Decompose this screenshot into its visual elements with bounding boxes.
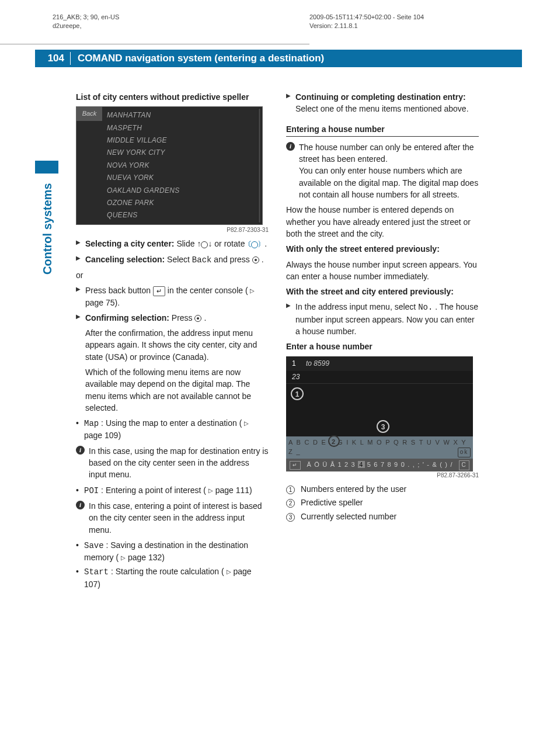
callout-1-icon: 1 — [291, 387, 304, 400]
step-label: Continuing or completing destination ent… — [295, 92, 466, 102]
info-note: The house number can only be entered aft… — [286, 141, 479, 200]
right-column: Continuing or completing destination ent… — [286, 88, 479, 592]
step-text: . — [262, 255, 264, 264]
legend-text: Predictive speller — [301, 498, 363, 507]
or-separator: or — [76, 269, 269, 281]
shot-topbar: 1 to 8599 — [286, 356, 473, 371]
scrollbar-icon — [258, 108, 261, 223]
step-paragraph: After the confirmation, the address inpu… — [85, 327, 269, 363]
page-header: 104 COMAND navigation system (entering a… — [35, 50, 522, 67]
speller-row-letters: A B C D E F G I K L M O P Q R S T U V W … — [286, 436, 473, 459]
side-tab: Control systems — [35, 161, 58, 278]
menu-option: Start : Starting the route calculation (… — [76, 566, 269, 590]
page-ref: page 109) — [84, 431, 121, 440]
instruction-step: Confirming selection: Press . After the … — [76, 312, 269, 414]
list-item: NEW YORK CITY — [105, 147, 262, 159]
step-text: in the center console ( — [168, 286, 248, 295]
ui-labelref: Back — [192, 255, 212, 265]
step-label: Canceling selection: — [85, 255, 165, 264]
step-label: Confirming selection: — [85, 313, 169, 322]
row-pre: Ä Ö Ü Å 1 2 3 — [307, 461, 355, 468]
side-tab-label: Control systems — [41, 183, 54, 275]
rotate-icon: ⟮⟯ — [247, 239, 262, 248]
speller-row-numbers: ↵ Ä Ö Ü Å 1 2 3 4 5 6 7 8 9 0 . , ; ' - … — [286, 459, 473, 471]
topbar-num: 1 — [292, 359, 296, 367]
list-item: MASPETH — [105, 122, 262, 134]
step-text: Select — [167, 255, 192, 264]
instruction-step: In the address input menu, select No. . … — [286, 301, 479, 337]
step-text: Press back button — [85, 286, 153, 295]
step-text: Select one of the menu items mentioned a… — [295, 104, 469, 113]
pageref-icon: ▷ — [227, 568, 231, 577]
section-heading: List of city centers without predictive … — [76, 91, 269, 103]
subheading: Entering a house number — [286, 123, 479, 137]
topbar-range: to 8599 — [306, 359, 329, 367]
callout-3-icon: 3 — [377, 420, 389, 433]
doc-meta-right: 2009-05-15T11:47:50+02:00 - Seite 104 Ve… — [309, 13, 424, 31]
list-item: OAKLAND GARDENS — [105, 185, 262, 197]
pageref-icon: ▷ — [121, 554, 126, 563]
step-paragraph: Which of the following menu items are no… — [85, 366, 269, 414]
c-box: C — [459, 460, 469, 470]
meta-line: Version: 2.11.8.1 — [309, 22, 424, 30]
entered-value: 23 — [286, 371, 473, 384]
legend-item: 3 Currently selected number — [286, 511, 479, 522]
back-label: Back — [76, 107, 102, 121]
header-separator — [70, 52, 71, 65]
body-paragraph: How the house number is entered depends … — [286, 204, 479, 240]
option-text: : Using the map to enter a destination ( — [101, 418, 242, 428]
legend-item: 2 Predictive speller — [286, 497, 479, 508]
legend-text: Currently selected number — [301, 512, 396, 521]
info-note: In this case, entering a point of intere… — [76, 500, 269, 536]
emphasis-line: With only the street entered previously: — [286, 243, 479, 255]
pageref-icon: ▷ — [250, 287, 255, 296]
step-text: Press — [172, 313, 195, 322]
legend-text: Numbers entered by the user — [301, 484, 406, 494]
list-item: MIDDLE VILLAGE — [105, 134, 262, 147]
slide-icon: ↑↓ — [197, 239, 212, 248]
back-button-icon: ↵ — [153, 286, 165, 297]
option-text: : Entering a point of interest ( — [101, 485, 206, 495]
ok-box: ok — [458, 448, 471, 457]
pageref-icon: ▷ — [244, 419, 249, 428]
instruction-step: Continuing or completing destination ent… — [286, 91, 479, 115]
menu-option: Map : Using the map to enter a destinati… — [76, 417, 269, 442]
meta-line: 2009-05-15T11:47:50+02:00 - Seite 104 — [309, 13, 424, 22]
figure-caption: P82.87-3266-31 — [286, 471, 479, 480]
city-list-screenshot: Back MANHATTAN MASPETH MIDDLE VILLAGE NE… — [76, 106, 263, 225]
menu-option: Save : Saving a destination in the desti… — [76, 539, 269, 564]
step-text: Slide — [176, 239, 197, 248]
left-column: List of city centers without predictive … — [76, 88, 269, 592]
step-text: and press — [214, 255, 252, 264]
instruction-step: Press back button ↵ in the center consol… — [76, 285, 269, 308]
legend-item: 1 Numbers entered by the user — [286, 483, 479, 495]
page-number: 104 — [35, 53, 70, 64]
page-ref: page 75). — [85, 298, 120, 307]
instruction-step: Canceling selection: Select Back and pre… — [76, 254, 269, 266]
city-list: MANHATTAN MASPETH MIDDLE VILLAGE NEW YOR… — [105, 107, 262, 224]
list-item: OZONE PARK — [105, 197, 262, 209]
pageref-icon: ▷ — [208, 487, 213, 495]
option-label: Start — [84, 567, 109, 577]
step-text: In the address input menu, select — [295, 302, 418, 311]
list-item: MANHATTAN — [105, 109, 262, 122]
page-ref: page 132) — [128, 553, 165, 562]
info-note: In this case, using the map for destinat… — [76, 445, 269, 481]
page-ref: page 111) — [215, 485, 252, 495]
figure-caption: P82.87-2303-31 — [76, 226, 269, 235]
press-icon — [252, 256, 259, 263]
meta-line: 216_AKB; 3; 90, en-US — [53, 13, 119, 22]
callout-number-icon: 1 — [286, 485, 295, 494]
instruction-step: Selecting a city center: Slide ↑↓ or rot… — [76, 238, 269, 249]
info-text: The house number can only be entered aft… — [299, 143, 474, 164]
step-text: or rotate — [214, 239, 247, 248]
content-columns: List of city centers without predictive … — [76, 88, 520, 592]
body-paragraph: Always the house number input screen app… — [286, 259, 479, 283]
page-title: COMAND navigation system (entering a des… — [78, 53, 324, 64]
step-label: Selecting a city center: — [85, 239, 175, 248]
top-rule — [0, 44, 309, 44]
row-letters: A B C D E F G I K L M O P Q R S T U V W … — [288, 439, 467, 455]
step-text: . — [204, 313, 206, 322]
doc-meta-left: 216_AKB; 3; 90, en-US d2ureepe, — [53, 13, 119, 31]
list-item: QUEENS — [105, 209, 262, 221]
